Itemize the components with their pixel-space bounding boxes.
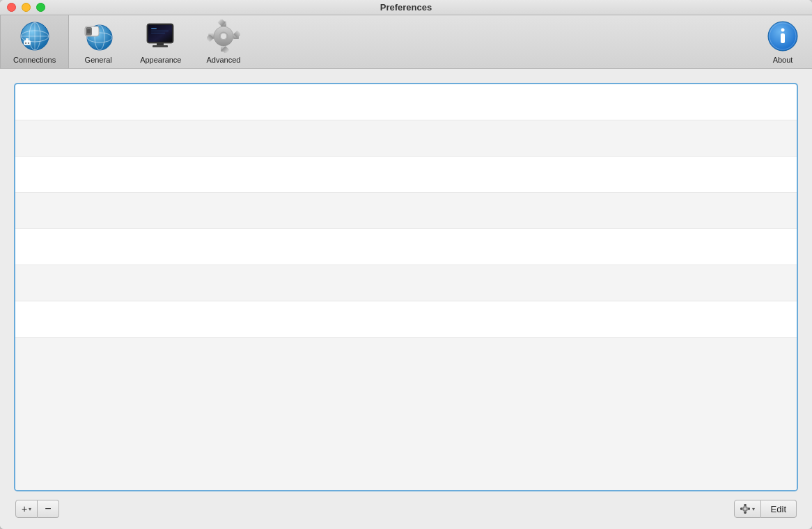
add-button[interactable]: + ▾ (15, 500, 38, 518)
bottom-bar: + ▾ − (14, 500, 798, 518)
list-item (15, 84, 797, 120)
svg-rect-20 (151, 28, 157, 29)
about-icon (766, 19, 799, 53)
connections-list[interactable] (14, 83, 798, 491)
list-item (15, 338, 797, 490)
list-item (15, 265, 797, 301)
svg-rect-8 (28, 42, 29, 44)
list-item (15, 120, 797, 157)
minimize-button[interactable] (22, 3, 31, 12)
list-item (15, 301, 797, 338)
general-icon (81, 19, 115, 53)
svg-rect-21 (151, 31, 169, 31)
titlebar: Preferences (0, 0, 812, 15)
list-item (15, 229, 797, 265)
svg-rect-37 (781, 33, 785, 43)
preferences-window: Preferences (0, 0, 812, 529)
remove-button[interactable]: − (38, 500, 58, 518)
advanced-label: Advanced (206, 56, 240, 64)
tab-advanced[interactable]: Advanced (194, 15, 253, 68)
toolbar-spacer (253, 15, 754, 68)
main-content: + ▾ − (0, 69, 812, 529)
svg-point-47 (744, 507, 747, 510)
advanced-icon (207, 19, 240, 53)
list-item (15, 157, 797, 193)
gear-chevron-icon: ▾ (752, 506, 755, 512)
svg-rect-14 (87, 29, 91, 33)
general-label: General (85, 56, 112, 64)
tab-general[interactable]: General (69, 15, 127, 68)
tab-about[interactable]: About (754, 15, 812, 68)
connections-icon (18, 19, 52, 53)
svg-rect-6 (26, 38, 29, 42)
gear-button[interactable]: ▾ (734, 500, 761, 518)
appearance-icon (144, 19, 178, 53)
edit-button[interactable]: Edit (761, 500, 797, 518)
edit-label: Edit (771, 504, 786, 514)
window-controls (7, 3, 45, 12)
tab-connections[interactable]: Connections (0, 15, 69, 68)
gear-icon (740, 504, 750, 514)
toolbar: Connections (0, 15, 812, 69)
maximize-button[interactable] (36, 3, 45, 12)
gear-edit-controls: ▾ Edit (734, 500, 797, 518)
appearance-label: Appearance (140, 56, 181, 64)
tab-appearance[interactable]: Appearance (127, 15, 194, 68)
svg-rect-19 (153, 45, 168, 47)
svg-point-33 (221, 33, 226, 39)
window-title: Preferences (380, 2, 432, 13)
add-remove-controls: + ▾ − (15, 500, 59, 518)
add-chevron-icon: ▾ (29, 506, 31, 512)
svg-rect-22 (151, 33, 165, 33)
svg-rect-7 (25, 42, 26, 44)
about-label: About (773, 56, 793, 64)
remove-icon: − (45, 503, 51, 515)
close-button[interactable] (7, 3, 16, 12)
add-icon: + (22, 504, 27, 514)
list-item (15, 193, 797, 229)
svg-point-36 (781, 29, 785, 32)
connections-label: Connections (13, 56, 56, 64)
